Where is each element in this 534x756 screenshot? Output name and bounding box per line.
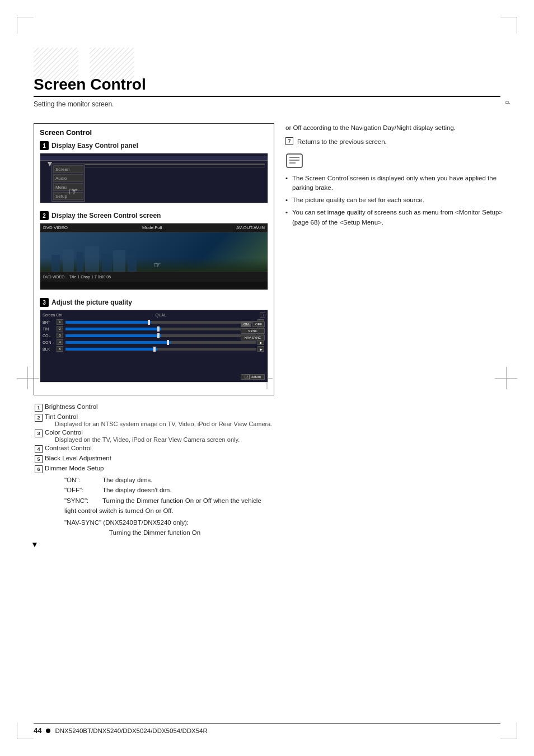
step2-header: DVD VIDEO Mode:Full AV-OUT:AV-IN [40,223,268,232]
step7-num: 7 [285,137,293,145]
dimmer-navsync-text-row: Turning the Dimmer function On [64,528,274,538]
step7-note: 7 Returns to the previous screen. [285,137,509,147]
svg-rect-7 [102,254,112,272]
step3-return-btn[interactable]: 7Return [241,374,265,380]
dimmer-off-key: "OFF": [64,485,101,495]
feature-text-3: Color Control Displayed on the TV, Video… [45,429,274,443]
step3-numbox-5: 5 [57,346,63,352]
step3-track-5 [65,348,256,351]
dimmer-sync-key: "SYNC": [64,496,101,506]
step2-text: Display the Screen Control screen [51,212,161,220]
footer-bullet [46,729,50,733]
right-column: or Off according to the Navigation Day/N… [285,123,509,711]
page-number: 44 [34,726,41,735]
step2-photo: ☞ [40,232,268,272]
feature-text-6: Dimmer Mode Setup [45,465,274,473]
step3-label-col: COL [43,334,57,338]
footer-models: DNX5240BT/DNX5240/DDX5024/DDX5054/DDX54R [55,727,207,734]
step2-num: 2 [40,211,49,220]
dimmer-on-row: "ON": The display dims. [64,475,274,485]
step3-fill-1 [65,321,151,324]
step3-label: 3 Adjust the picture quality [40,298,268,307]
step3-fill-3 [65,334,161,337]
corner-mark-tl [17,17,34,34]
step3-btn-sync[interactable]: SYNC [241,328,265,334]
step3-slider-row-1: BRT 1 ▶ [43,319,265,325]
step1-bar-line-1 [85,164,265,165]
corner-mark-tr [500,17,517,34]
step1-bar-line-2 [85,167,265,167]
step3-label-blk: BLK [43,347,57,351]
dimmer-sub: "ON": The display dims. "OFF": The displ… [34,475,274,538]
step3-label-con: CON [43,340,57,344]
step3-numbox-1: 1 [57,319,63,325]
dimmer-on-key: "ON": [64,475,101,485]
step3-thumb-2 [157,326,160,332]
feature-item-4: 4 Contrast Control [34,445,274,453]
step1-label: 1 Display Easy Control panel [40,141,268,150]
step2-label: 2 Display the Screen Control screen [40,211,268,220]
dimmer-off-text: The display doesn't dim. [102,487,172,493]
step3-numbox-2: 2 [57,326,63,332]
step3-text: Adjust the picture quality [51,298,132,306]
corner-mark-bl [17,722,34,739]
step1-text: Display Easy Control panel [51,142,138,150]
dimmer-navsync-text: Turning the Dimmer function On [109,529,200,536]
step3-numbox-3: 3 [57,333,63,338]
page-title: Screen Control [34,76,500,97]
feature-num-2: 2 [35,414,43,422]
page-title-area: Screen Control Setting the monitor scree… [34,76,500,108]
day-night-note: or Off according to the Navigation Day/N… [285,123,509,133]
step1-row-2: Audio [53,174,83,182]
step3-header-box: □ [260,312,265,318]
step3-slider-row-4: CON 4 ▶ [43,339,265,345]
svg-rect-4 [63,249,74,272]
step3-btn-on[interactable]: ON [241,321,251,327]
svg-rect-5 [77,252,83,272]
step3-image: Screen Ctrl QUAL □ BRT 1 [40,310,268,382]
step3-thumb-4 [167,340,169,345]
svg-rect-6 [85,246,99,272]
dimmer-navsync-row: "NAV-SYNC" (DNX5240BT/DNX5240 only): [64,517,274,528]
crosshair-v-left [27,367,28,389]
feature-item-1: 1 Brightness Control [34,403,274,412]
bullet-item-2: The picture quality can be set for each … [285,195,509,205]
down-arrow-indicator: ▼ [31,540,271,549]
step3-slider-row-2: TIN 2 ▶ [43,326,265,332]
step1-num: 1 [40,141,49,150]
feature-text-4: Contrast Control [45,445,274,453]
step3-track-2 [65,328,256,330]
step3-btn-navsync[interactable]: NAV-SYNC [241,335,265,340]
dimmer-navsync-label: "NAV-SYNC" (DNX5240BT/DNX5240 only): [64,519,189,526]
step3-btn-off[interactable]: OFF [252,321,265,327]
dimmer-off-row: "OFF": The display doesn't dim. [64,485,274,495]
step3-fill-2 [65,328,161,330]
page-footer: 44 DNX5240BT/DNX5240/DDX5024/DDX5054/DDX… [34,724,500,735]
feature-num-3: 3 [35,430,43,437]
step3-thumb-3 [157,333,160,338]
down-arrow-icon: ▼ [31,540,39,549]
svg-rect-8 [113,250,125,272]
step1-top-bar [40,156,268,161]
step3-track-4 [65,341,256,344]
step3-thumb-1 [148,320,150,325]
step3-header-right: QUAL [156,313,166,317]
step3-num: 3 [40,298,49,307]
note-icon [285,153,303,169]
step2-footer: DVD VIDEO Title 1 Chap 1 T 0:00:05 [40,272,268,282]
page-subtitle: Setting the monitor screen. [34,100,500,108]
step3-header-bar: Screen Ctrl QUAL □ [43,312,265,318]
step1-cursor-icon: ☞ [68,185,78,198]
side-marker: d [504,101,510,104]
corner-mark-br [500,722,517,739]
left-column: Screen Control 1 Display Easy Control pa… [34,123,274,711]
feature-item-6: 6 Dimmer Mode Setup [34,465,274,473]
bullet-list: The Screen Control screen is displayed o… [285,174,509,227]
feature-text-2: Tint Control Displayed for an NTSC syste… [45,413,274,427]
step1-section: 1 Display Easy Control panel ▼ Screen Au… [40,141,268,203]
feature-num-6: 6 [35,465,43,473]
step3-return-num: 7 [245,375,250,379]
feature-item-3: 3 Color Control Displayed on the TV, Vid… [34,429,274,443]
step3-numbox-4: 4 [57,339,63,345]
step3-end-5: ▶ [257,346,264,352]
